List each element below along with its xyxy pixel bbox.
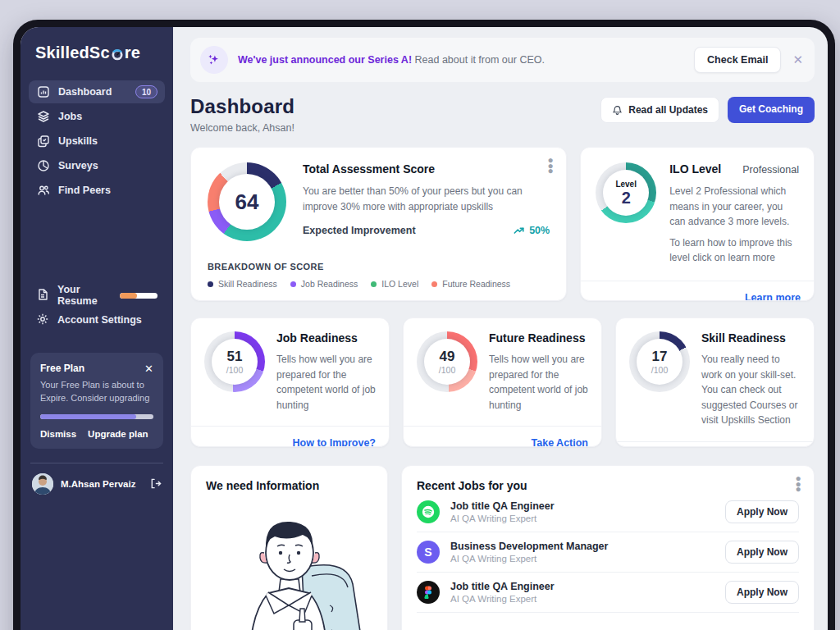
resume-progress-bar [120,293,158,299]
ilo-level-card: Level 2 ILO Level Professional Level 2 P… [580,147,815,301]
sidebar-item-account-settings[interactable]: Account Settings [29,308,165,331]
job-subtitle: AI QA Writing Expert [450,554,608,564]
legend-label: Skill Readiness [218,279,277,289]
read-all-updates-button[interactable]: Read all Updates [600,97,719,123]
main-content: We've just announced our Series A! Read … [173,27,828,630]
legend-item: ILO Level [371,279,418,289]
job-title: Job title QA Engineer [450,500,555,512]
plan-progress-bar [40,414,153,419]
copy-check-icon [36,135,50,148]
sidebar-item-surveys[interactable]: Surveys [29,154,165,177]
sidebar-item-label: Upskills [58,135,98,147]
gear-icon [36,313,49,328]
trending-up-icon [514,226,525,235]
job-row: Job title QA Engineer AI QA Writing Expe… [417,492,799,532]
future-readiness-card: 49 /100 Future Readiness Tells how well … [403,317,602,447]
legend-label: Job Readiness [301,279,358,289]
kebab-menu-icon[interactable]: ●●● [792,476,804,492]
job-subtitle: AI QA Writing Expert [450,594,555,604]
take-action-link[interactable]: Take Action [532,437,588,447]
breakdown-title: BREAKDOWN OF SCORE [208,262,550,272]
job-row: Job title QA Engineer AI QA Writing Expe… [417,573,799,613]
legend-item: Skill Readiness [208,279,277,289]
ilo-description-1: Level 2 Professional which means in your… [669,184,799,230]
sidebar-item-your-resume[interactable]: Your Resume [29,284,165,307]
plan-progress-fill [40,414,136,419]
ilo-level-donut: Level 2 [596,162,656,223]
plan-close-icon[interactable]: ✕ [144,363,153,374]
skype-letter: S [424,546,431,559]
job-readiness-description: Tells how well you are prepared for the … [276,352,376,413]
banner-close-icon[interactable]: ✕ [792,52,803,67]
expected-improvement-value: 50% [514,225,550,236]
sidebar-item-upskills[interactable]: Upskills [29,130,165,153]
job-readiness-card: 51 /100 Job Readiness Tells how well you… [190,317,390,447]
gauge-icon [111,48,124,61]
expected-improvement-number: 50% [529,225,550,236]
skill-readiness-description: You really need to work on your skill-se… [701,352,801,428]
profile-section: M.Ahsan Pervaiz [32,473,162,495]
legend-dot [431,281,437,287]
skill-readiness-donut: 17 /100 [629,331,690,392]
profile-name: M.Ahsan Pervaiz [61,479,135,489]
figma-logo-icon [417,581,440,604]
ilo-professional-badge: Professional [742,164,799,176]
job-title: Business Development Manager [450,541,608,552]
recent-jobs-card: ●●● Recent Jobs for you Job title QA Eng… [401,465,815,630]
person-illustration [205,500,373,630]
skype-logo-icon: S [417,541,440,564]
future-readiness-denominator: /100 [439,365,455,375]
apply-now-button[interactable]: Apply Now [725,541,799,564]
sidebar-item-find-peers[interactable]: Find Peers [29,179,165,202]
avatar[interactable] [32,473,53,495]
logo-text-2: re [125,43,140,62]
banner-message: We've just announced our Series A! Read … [238,54,545,66]
total-assessment-description: You are better than 50% of your peers bu… [303,184,550,214]
total-assessment-card: ●●● 64 Total Assessment Score You are be… [190,147,567,301]
sidebar-nav: Dashboard 10 Jobs Upskills Surveys [21,79,173,203]
sidebar-item-dashboard[interactable]: Dashboard 10 [29,80,165,103]
people-icon [36,184,50,198]
sidebar-item-label: Dashboard [58,86,112,98]
ilo-level-number: 2 [622,189,631,207]
logout-icon[interactable] [149,477,162,490]
apply-now-button[interactable]: Apply Now [725,500,799,523]
banner-highlight: We've just announced our Series A! [238,54,412,66]
job-readiness-title: Job Readiness [276,331,376,345]
sidebar-item-jobs[interactable]: Jobs [29,105,165,128]
plan-upgrade-button[interactable]: Upgrade plan [88,429,148,439]
job-title: Job title QA Engineer [450,581,555,592]
apply-now-button[interactable]: Apply Now [725,581,799,604]
legend-label: ILO Level [381,279,418,289]
legend-label: Future Readiness [442,279,510,289]
resume-progress-fill [120,293,137,299]
get-coaching-button[interactable]: Get Coaching [728,97,815,123]
spotify-logo-icon [417,500,440,523]
recent-jobs-title: Recent Jobs for you [417,479,799,492]
bell-icon [612,105,623,116]
check-email-button[interactable]: Check Email [694,47,781,73]
job-row: S Business Development Manager AI QA Wri… [417,532,799,573]
how-to-improve-link[interactable]: How to Improve? [293,437,376,447]
learn-more-link[interactable]: Learn more [745,292,801,301]
plan-dismiss-button[interactable]: Dismiss [40,429,76,439]
page-title: Dashboard [190,95,294,118]
app-root: SkilledScre Dashboard 10 Jobs Upski [21,27,828,630]
future-readiness-description: Tells how well you are prepared for the … [489,352,588,413]
sidebar-tools: Your Resume Account Settings Free Plan ✕… [21,282,173,504]
kebab-menu-icon[interactable]: ●●● [545,158,556,174]
breakdown-section: BREAKDOWN OF SCORE Skill Readiness Job R… [208,262,550,289]
sidebar-item-label: Jobs [58,111,82,122]
job-subtitle: AI QA Writing Expert [450,514,555,523]
legend-item: Future Readiness [431,279,510,289]
job-readiness-score: 51 [227,349,243,363]
total-score-value: 64 [235,189,259,215]
layers-icon [36,110,50,124]
legend-dot [290,281,296,287]
banner-rest: Read about it from our CEO. [412,54,545,66]
app-logo: SkilledScre [21,27,173,62]
legend-dot [371,281,377,287]
settings-label: Account Settings [57,314,142,326]
sparkle-icon [200,46,228,74]
job-readiness-denominator: /100 [226,365,243,375]
